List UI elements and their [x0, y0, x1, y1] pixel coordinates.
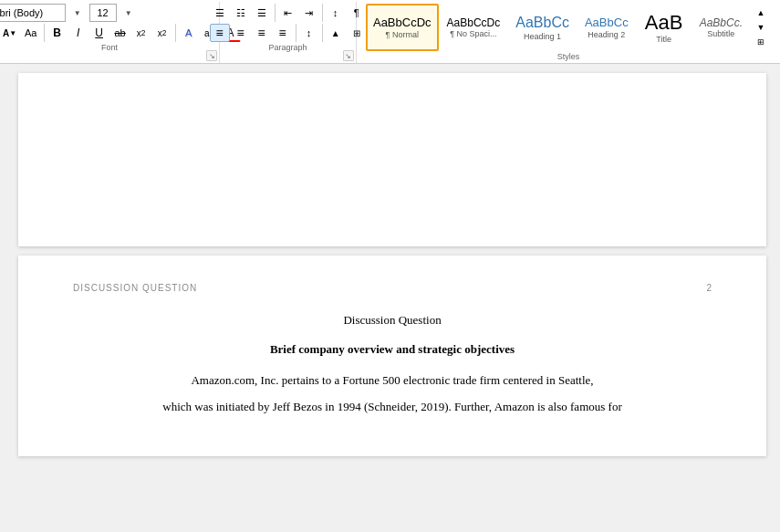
- style-heading1[interactable]: AaBbCc Heading 1: [508, 4, 577, 51]
- paragraph-expand-button[interactable]: ↘: [343, 50, 354, 61]
- page-2-body: DISCUSSION QUESTION 2 Discussion Questio…: [18, 256, 766, 456]
- page-2-paragraph1: Amazon.com, Inc. pertains to a Fortune 5…: [73, 371, 712, 391]
- superscript-button[interactable]: x2: [152, 24, 172, 42]
- line-spacing-button[interactable]: ↕: [299, 24, 319, 42]
- style-heading2-preview: AaBbCc: [585, 16, 629, 30]
- style-heading2[interactable]: AaBbCc Heading 2: [577, 4, 636, 51]
- page-2-header-line: DISCUSSION QUESTION 2: [73, 283, 712, 295]
- increase-indent-button[interactable]: ⇥: [299, 4, 319, 22]
- align-right-button[interactable]: ≡: [252, 24, 272, 42]
- sep4: [322, 4, 323, 22]
- style-heading2-label: Heading 2: [588, 30, 625, 39]
- subscript-button[interactable]: x2: [131, 24, 151, 42]
- style-normal[interactable]: AaBbCcDc ¶ Normal: [366, 4, 439, 51]
- style-subtitle[interactable]: AaBbCc. Subtitle: [692, 4, 750, 51]
- sep3: [275, 4, 276, 22]
- font-size-dropdown-icon[interactable]: ▼: [119, 4, 139, 22]
- strikethrough-button[interactable]: ab: [110, 24, 130, 42]
- style-heading1-preview: AaBbCc: [515, 14, 569, 31]
- style-subtitle-label: Subtitle: [707, 29, 734, 38]
- styles-scroll-controls: ▲ ▼ ⊞: [751, 4, 771, 51]
- styles-group: AaBbCcDc ¶ Normal AaBbCcDc ¶ No Spaci...…: [357, 2, 780, 63]
- style-normal-label: ¶ Normal: [386, 30, 419, 39]
- text-effects-button[interactable]: A: [179, 24, 199, 42]
- sep5: [296, 24, 296, 42]
- page-2[interactable]: DISCUSSION QUESTION 2 Discussion Questio…: [18, 256, 766, 456]
- page-2-title: Discussion Question: [73, 313, 712, 328]
- page-2-paragraph2: which was initiated by Jeff Bezos in 199…: [73, 398, 712, 417]
- paragraph-group: ☰ ☷ ☰ ⇤ ⇥ ↕ ¶ ≡ ≡ ≡ ≡ ↕: [220, 2, 357, 63]
- styles-scroll-down[interactable]: ▼: [751, 20, 771, 35]
- font-group: ▼ ▼ A▲ A▼ Aa B I U ab x2 x2 A: [0, 2, 220, 63]
- ribbon: ▼ ▼ A▲ A▼ Aa B I U ab x2 x2 A: [0, 0, 780, 64]
- justify-button[interactable]: ≡: [273, 24, 293, 42]
- italic-button[interactable]: I: [68, 24, 88, 42]
- sort-button[interactable]: ↕: [326, 4, 346, 22]
- sep2: [175, 24, 176, 42]
- styles-group-label: Styles: [557, 51, 580, 63]
- underline-button[interactable]: U: [89, 24, 109, 42]
- change-case-button[interactable]: Aa: [21, 24, 41, 42]
- font-name-input[interactable]: [0, 4, 66, 22]
- align-center-button[interactable]: ≡: [231, 24, 251, 42]
- style-no-spacing[interactable]: AaBbCcDc ¶ No Spaci...: [440, 4, 508, 51]
- paragraph-group-label: Paragraph: [269, 42, 307, 54]
- style-normal-preview: AaBbCcDc: [373, 16, 432, 30]
- page-2-header-text: DISCUSSION QUESTION: [73, 283, 197, 293]
- style-no-spacing-preview: AaBbCcDc: [447, 16, 501, 29]
- font-name-dropdown-icon[interactable]: ▼: [68, 4, 88, 22]
- align-left-button[interactable]: ≡: [210, 24, 230, 42]
- decrease-indent-button[interactable]: ⇤: [278, 4, 298, 22]
- page-1-content: [18, 73, 766, 246]
- page-2-subtitle: Brief company overview and strategic obj…: [73, 342, 712, 357]
- bullets-button[interactable]: ☰: [210, 4, 230, 22]
- page-1: [18, 73, 766, 246]
- styles-more[interactable]: ⊞: [751, 35, 771, 49]
- style-no-spacing-label: ¶ No Spaci...: [450, 29, 496, 38]
- shading-button[interactable]: ▲: [326, 24, 346, 42]
- font-group-label: Font: [101, 42, 118, 54]
- font-expand-button[interactable]: ↘: [206, 50, 217, 61]
- sep1: [44, 24, 45, 42]
- bold-button[interactable]: B: [47, 24, 68, 42]
- sep6: [322, 24, 323, 42]
- style-subtitle-preview: AaBbCc.: [700, 16, 743, 29]
- style-title-label: Title: [656, 35, 671, 44]
- style-title-preview: AaB: [645, 11, 683, 35]
- numbering-button[interactable]: ☷: [231, 4, 251, 22]
- document-area: DISCUSSION QUESTION 2 Discussion Questio…: [0, 64, 780, 511]
- shrink-font-button[interactable]: A▼: [0, 24, 20, 42]
- font-size-input[interactable]: [89, 4, 117, 22]
- styles-scroll-up[interactable]: ▲: [751, 5, 771, 20]
- style-heading1-label: Heading 1: [524, 32, 561, 41]
- style-title[interactable]: AaB Title: [637, 4, 692, 51]
- styles-gallery: AaBbCcDc ¶ Normal AaBbCcDc ¶ No Spaci...…: [362, 4, 775, 51]
- multilevel-button[interactable]: ☰: [252, 4, 272, 22]
- page-2-number: 2: [706, 283, 712, 293]
